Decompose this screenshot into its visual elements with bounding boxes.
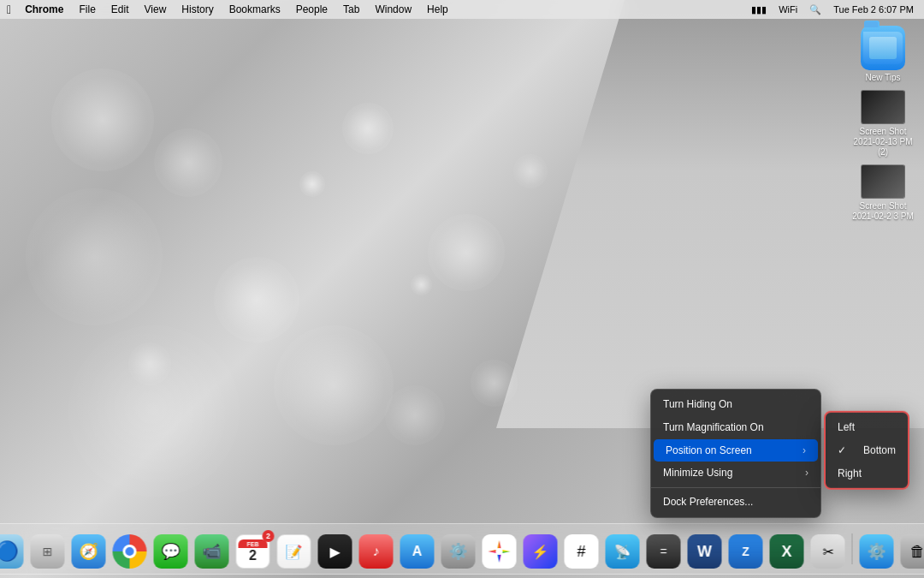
desktop-icon-screenshot1[interactable]: Screen Shot 2021-02-13 PM (2) — [852, 90, 914, 158]
folder-icon-new-tips — [861, 26, 905, 70]
photos-icon — [483, 534, 517, 569]
dock-calculator[interactable]: = — [645, 533, 683, 570]
menubar-help[interactable]: Help — [420, 0, 455, 19]
menubar-time: Tue Feb 2 6:07 PM — [830, 4, 917, 15]
launchpad-icon: ⊞ — [31, 534, 65, 569]
dock-appstore[interactable]: A — [399, 533, 436, 570]
menubar-wifi[interactable]: WiFi — [775, 4, 801, 15]
system-preferences-icon: ⚙️ — [860, 534, 894, 569]
menubar-edit[interactable]: Edit — [104, 0, 136, 19]
ctx-dock-preferences[interactable]: Dock Preferences... — [651, 491, 820, 514]
svg-point-1 — [496, 548, 503, 555]
menubar-view[interactable]: View — [138, 0, 174, 19]
dock-word[interactable]: W — [686, 533, 724, 570]
position-submenu: Left Bottom Right — [824, 411, 909, 490]
menubar-window[interactable]: Window — [368, 0, 418, 19]
calendar-badge: 2 — [263, 530, 275, 542]
ctx-turn-magnification-on[interactable]: Turn Magnification On — [651, 416, 820, 439]
trash-icon: 🗑 — [901, 534, 925, 569]
menubar-tab[interactable]: Tab — [336, 0, 366, 19]
calculator-icon: = — [647, 534, 681, 569]
menubar-app-name[interactable]: Chrome — [18, 0, 70, 19]
dock-reminders[interactable]: 📝 — [275, 533, 313, 570]
ctx-position-right[interactable]: Right — [826, 462, 908, 485]
safari-icon: 🧭 — [72, 534, 106, 569]
desktop-icon-label-screenshot2: Screen Shot 2021-02-2 3 PM — [852, 201, 914, 222]
desktop-icon-screenshot2[interactable]: Screen Shot 2021-02-2 3 PM — [852, 164, 914, 222]
dock-photos[interactable] — [481, 533, 518, 570]
appstore-icon: A — [400, 534, 435, 569]
desktop:  Chrome File Edit View History Bookmark… — [0, 0, 924, 578]
dock-safari[interactable]: 🧭 — [70, 533, 108, 570]
airdrop-icon: 📡 — [606, 534, 640, 569]
screenshot-thumb-1 — [861, 90, 905, 124]
menubar-battery: ▮▮▮ — [748, 4, 770, 15]
appletv-icon: ▶ — [318, 534, 352, 569]
messenger-icon: ⚡ — [524, 534, 558, 569]
system-prefs-icon: ⚙️ — [441, 534, 476, 569]
dock-finder[interactable]: 🔵 — [0, 533, 26, 570]
ctx-minimize-using[interactable]: Minimize Using › — [651, 462, 820, 485]
dock-screenshot-app[interactable]: ✂ — [809, 533, 847, 570]
excel-icon: X — [770, 534, 804, 569]
context-menu-popup: Turn Hiding On Turn Magnification On Pos… — [650, 389, 821, 518]
dock-divider — [852, 533, 853, 564]
word-icon: W — [688, 534, 722, 569]
dock-facetime[interactable]: 📹 — [193, 533, 231, 570]
dock-music[interactable]: ♪ — [358, 533, 395, 570]
music-icon: ♪ — [359, 534, 394, 569]
apple-menu[interactable]:  — [7, 3, 11, 16]
reminders-icon: 📝 — [277, 534, 311, 569]
menubar:  Chrome File Edit View History Bookmark… — [0, 0, 924, 19]
dock-trash[interactable]: 🗑 — [899, 533, 925, 570]
menubar-file[interactable]: File — [72, 0, 102, 19]
menubar-items: Chrome File Edit View History Bookmarks … — [18, 0, 455, 19]
dock-messages[interactable]: 💬 — [152, 533, 190, 570]
desktop-icon-label-new-tips: New Tips — [865, 73, 900, 83]
finder-icon: 🔵 — [0, 534, 24, 569]
dock-chrome[interactable] — [111, 533, 149, 570]
dock-appletv[interactable]: ▶ — [317, 533, 354, 570]
menubar-history[interactable]: History — [175, 0, 220, 19]
dock-calendar[interactable]: FEB 2 2 — [234, 533, 272, 570]
dock-excel[interactable]: X — [768, 533, 806, 570]
dock-slack[interactable]: # — [563, 533, 601, 570]
ctx-separator — [651, 487, 820, 488]
dock-messenger[interactable]: ⚡ — [522, 533, 560, 570]
dock-airdrop[interactable]: 📡 — [604, 533, 642, 570]
chrome-icon — [113, 534, 147, 569]
ctx-turn-hiding-on[interactable]: Turn Hiding On — [651, 393, 820, 416]
menubar-people[interactable]: People — [289, 0, 335, 19]
facetime-icon: 📹 — [195, 534, 229, 569]
messages-icon: 💬 — [154, 534, 188, 569]
desktop-icon-label-screenshot1: Screen Shot 2021-02-13 PM (2) — [852, 127, 914, 158]
submenu-arrow: › — [803, 444, 806, 458]
slack-icon: # — [565, 534, 599, 569]
menubar-bookmarks[interactable]: Bookmarks — [222, 0, 287, 19]
dock: 🔵 ⊞ 🧭 💬 — [0, 523, 924, 575]
menubar-search[interactable]: 🔍 — [806, 4, 825, 15]
menubar-right: ▮▮▮ WiFi 🔍 Tue Feb 2 6:07 PM — [748, 4, 917, 15]
dock-system-preferences-2[interactable]: ⚙️ — [858, 533, 896, 570]
minimize-submenu-arrow: › — [805, 466, 808, 480]
desktop-icons: New Tips Screen Shot 2021-02-13 PM (2) S… — [852, 26, 914, 222]
screenshot-app-icon: ✂ — [811, 534, 845, 569]
screenshot-thumb-2 — [861, 164, 905, 199]
dock-system-prefs[interactable]: ⚙️ — [440, 533, 477, 570]
ctx-position-on-screen[interactable]: Position on Screen › — [654, 439, 818, 462]
zoom-icon: Z — [729, 534, 763, 569]
dock-zoom[interactable]: Z — [727, 533, 765, 570]
desktop-icon-new-tips[interactable]: New Tips — [852, 26, 914, 83]
ctx-position-left[interactable]: Left — [826, 416, 908, 439]
context-menu: Turn Hiding On Turn Magnification On Pos… — [650, 389, 821, 518]
ctx-position-on-screen-row: Position on Screen › Left Bottom Right — [651, 439, 820, 462]
ctx-position-bottom[interactable]: Bottom — [826, 439, 908, 462]
dock-launchpad[interactable]: ⊞ — [29, 533, 67, 570]
